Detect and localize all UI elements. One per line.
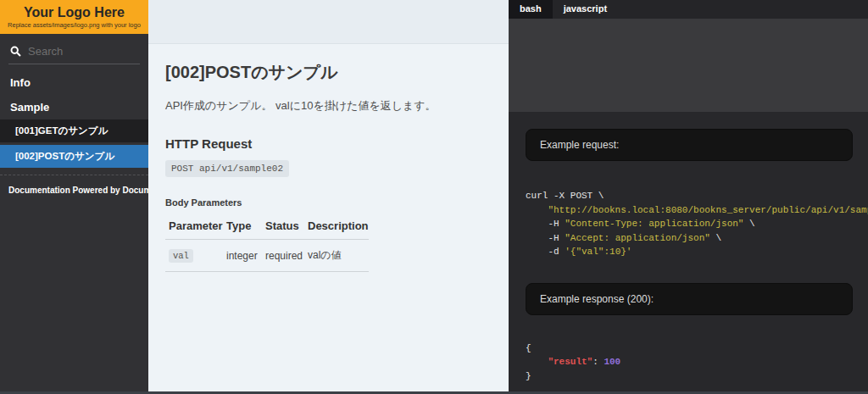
http-request-heading: HTTP Request	[165, 136, 492, 151]
page-description: API作成のサンプル。 valに10を掛けた値を返します。	[165, 98, 492, 114]
column-header-description: Description	[304, 213, 369, 240]
search-row	[0, 34, 148, 64]
table-row: val integer required valの値	[165, 240, 369, 272]
tab-javascript[interactable]: javascript	[553, 0, 618, 19]
code-line: {	[526, 341, 851, 356]
code-line: -H "Accept: application/json" \	[526, 231, 851, 246]
param-type: integer	[223, 240, 262, 272]
request-code-block: curl -X POST \ "http://bookns.local:8080…	[509, 189, 868, 259]
tab-bash[interactable]: bash	[509, 0, 553, 19]
sidebar: Your Logo Here Replace assets/images/log…	[0, 0, 148, 394]
body-parameters-label: Body Parameters	[165, 197, 492, 208]
table-header-row: Parameter Type Status Description	[165, 213, 369, 240]
column-header-parameter: Parameter	[165, 213, 223, 240]
code-panel: bash javascript Example request: curl -X…	[509, 0, 868, 394]
code-line: "http://bookns.local:8080/bookns_server/…	[526, 203, 851, 218]
search-icon	[10, 46, 21, 57]
page: Your Logo Here Replace assets/images/log…	[0, 0, 868, 394]
column-header-status: Status	[262, 213, 304, 240]
endpoint-code: POST api/v1/sample02	[165, 160, 289, 177]
content-top-band	[148, 0, 509, 44]
code-panel-section: Example request: curl -X POST \ "http://…	[509, 112, 868, 394]
search-underline	[8, 64, 140, 64]
sidebar-item-info[interactable]: Info	[0, 68, 148, 92]
logo-title: Your Logo Here	[0, 5, 148, 19]
column-header-type: Type	[223, 213, 262, 240]
example-response-label: Example response (200):	[526, 283, 853, 315]
sidebar-item-sample02[interactable]: [002]POSTのサンプル	[0, 145, 148, 168]
param-status: required	[262, 240, 304, 272]
code-line: -d '{"val":10}'	[526, 245, 851, 259]
language-tab-bar: bash javascript	[509, 0, 868, 19]
sidebar-item-sample01[interactable]: [001]GETのサンプル	[0, 119, 148, 142]
sidebar-footer: Documentation Powered by Documen...	[0, 175, 148, 205]
code-line: -H "Content-Type: application/json" \	[526, 217, 851, 231]
sidebar-item-sample[interactable]: Sample	[0, 92, 148, 117]
doc-content: [002]POSTのサンプル API作成のサンプル。 valに10を掛けた値を返…	[148, 0, 509, 394]
param-name-code: val	[169, 249, 193, 263]
body-parameters-table: Parameter Type Status Description val in…	[165, 213, 369, 272]
search-input[interactable]	[28, 45, 130, 58]
example-request-label: Example request:	[526, 129, 853, 161]
response-code-block: { "result": 100}	[509, 341, 868, 384]
code-line: }	[526, 369, 851, 384]
code-panel-spacer	[509, 19, 868, 112]
page-title: [002]POSTのサンプル	[165, 61, 492, 84]
logo-subtitle: Replace assets/images/logo.png with your…	[0, 21, 148, 29]
logo[interactable]: Your Logo Here Replace assets/images/log…	[0, 0, 148, 34]
param-description: valの値	[304, 240, 369, 272]
code-line: curl -X POST \	[526, 189, 851, 203]
code-line: "result": 100	[526, 355, 851, 369]
